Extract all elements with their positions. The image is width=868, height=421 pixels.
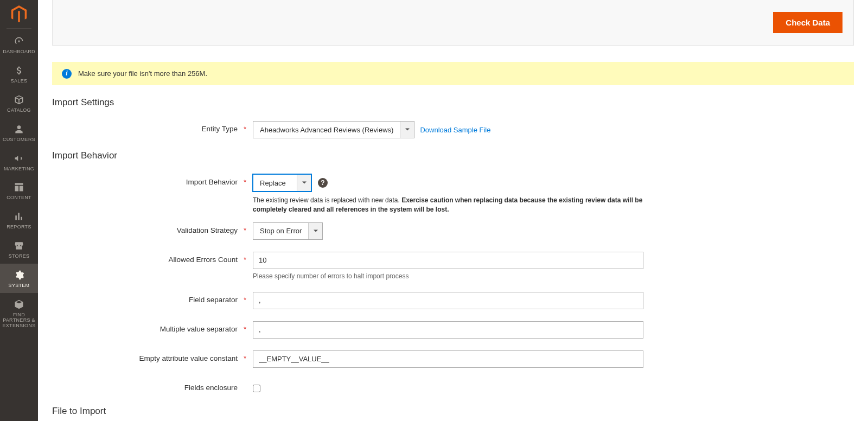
info-message: i Make sure your file isn't more than 25… [52, 62, 854, 85]
nav-label: FIND PARTNERS & EXTENSIONS [1, 312, 37, 329]
sidebar-item-partners[interactable]: FIND PARTNERS & EXTENSIONS [0, 293, 38, 333]
nav-label: MARKETING [4, 167, 34, 172]
sidebar-item-catalog[interactable]: CATALOG [0, 88, 38, 118]
sidebar-item-dashboard[interactable]: DASHBOARD [0, 30, 38, 59]
fields-enclosure-checkbox[interactable] [253, 385, 260, 392]
sidebar-item-system[interactable]: SYSTEM [0, 264, 38, 293]
sidebar-divider [7, 28, 31, 29]
label-empty-constant: Empty attribute value constant [52, 350, 253, 362]
sidebar-item-content[interactable]: CONTENT [0, 176, 38, 205]
dollar-icon [13, 65, 25, 76]
section-file-to-import: File to Import [52, 406, 854, 417]
store-icon [13, 240, 25, 252]
label-entity-type: Entity Type [52, 121, 253, 133]
allowed-errors-hint: Please specify number of errors to halt … [253, 272, 654, 280]
multi-separator-input[interactable] [253, 321, 643, 339]
import-behavior-value: Replace [253, 175, 297, 191]
info-icon: i [62, 69, 72, 79]
main-content: Check Data i Make sure your file isn't m… [38, 0, 868, 421]
entity-type-value: Aheadworks Advanced Reviews (Reviews) [253, 122, 400, 138]
nav-label: STORES [9, 254, 30, 259]
megaphone-icon [13, 152, 25, 164]
validation-strategy-select[interactable]: Stop on Error [253, 222, 323, 240]
label-multi-separator: Multiple value separator [52, 321, 253, 333]
gear-icon [13, 269, 25, 281]
label-allowed-errors: Allowed Errors Count [52, 252, 253, 264]
chevron-down-icon [308, 223, 322, 239]
sidebar-item-sales[interactable]: SALES [0, 59, 38, 88]
label-import-behavior: Import Behavior [52, 174, 253, 186]
nav-label: DASHBOARD [3, 49, 35, 55]
nav-label: SYSTEM [9, 283, 30, 289]
empty-constant-input[interactable] [253, 350, 643, 368]
label-field-separator: Field separator [52, 292, 253, 304]
import-behavior-note: The existing review data is replaced wit… [253, 196, 643, 215]
action-bar: Check Data [52, 0, 854, 46]
sidebar-item-reports[interactable]: REPORTS [0, 205, 38, 234]
entity-type-select[interactable]: Aheadworks Advanced Reviews (Reviews) [253, 121, 414, 138]
nav-label: SALES [11, 79, 28, 84]
magento-logo[interactable] [9, 4, 29, 24]
nav-label: CATALOG [7, 108, 31, 113]
note-normal: The existing review data is replaced wit… [253, 196, 401, 204]
label-fields-enclosure: Fields enclosure [52, 380, 253, 392]
field-separator-input[interactable] [253, 292, 643, 309]
sidebar-item-customers[interactable]: CUSTOMERS [0, 118, 38, 147]
section-import-settings: Import Settings [52, 97, 854, 108]
puzzle-icon [13, 298, 25, 310]
allowed-errors-input[interactable] [253, 252, 643, 269]
person-icon [13, 123, 25, 135]
nav-label: CUSTOMERS [3, 137, 35, 143]
dashboard-icon [13, 35, 25, 47]
check-data-button[interactable]: Check Data [773, 12, 843, 33]
box-icon [13, 94, 25, 106]
section-import-behavior: Import Behavior [52, 150, 854, 161]
nav-label: REPORTS [7, 225, 31, 230]
label-validation-strategy: Validation Strategy [52, 222, 253, 234]
sidebar-item-stores[interactable]: STORES [0, 234, 38, 264]
import-behavior-select[interactable]: Replace [253, 174, 311, 192]
download-sample-link[interactable]: Download Sample File [420, 121, 490, 138]
sidebar-item-marketing[interactable]: MARKETING [0, 147, 38, 176]
info-message-text: Make sure your file isn't more than 256M… [78, 69, 207, 78]
chevron-down-icon [297, 175, 311, 191]
sidebar: DASHBOARD SALES CATALOG CUSTOMERS MARKET… [0, 0, 38, 421]
chart-bar-icon [13, 210, 25, 222]
help-icon[interactable]: ? [318, 178, 328, 188]
layout-icon [13, 181, 25, 193]
nav-label: CONTENT [7, 195, 31, 201]
chevron-down-icon [400, 122, 414, 138]
validation-strategy-value: Stop on Error [253, 223, 308, 239]
